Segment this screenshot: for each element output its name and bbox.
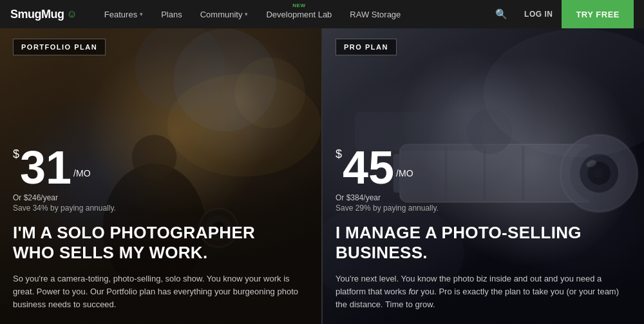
portfolio-content: PORTFOLIO PLAN $ 31 /MO Or $246/year Sav…	[0, 28, 321, 324]
plans-container: PORTFOLIO PLAN $ 31 /MO Or $246/year Sav…	[0, 28, 644, 324]
logo-text: SmugMug	[10, 8, 64, 21]
portfolio-price-dollar: $	[13, 148, 19, 160]
pro-price-amount: 45	[343, 144, 394, 191]
try-free-button[interactable]: TRY FREE	[562, 0, 634, 28]
nav-plans[interactable]: Plans	[152, 0, 191, 28]
chevron-down-icon: ▾	[140, 11, 143, 17]
portfolio-price-per: /MO	[73, 169, 90, 178]
portfolio-price-block: $ 31 /MO Or $246/year Save 34% by paying…	[13, 67, 308, 223]
nav-right: 🔍 LOG IN TRY FREE	[488, 0, 634, 28]
pro-price-row: $ 45 /MO	[336, 144, 631, 191]
pro-price-annual: Or $384/year	[336, 193, 631, 202]
pro-description: You're next level. You know the photo bi…	[336, 272, 631, 311]
portfolio-price-amount: 31	[20, 144, 71, 191]
portfolio-price-save: Save 34% by paying annually.	[13, 204, 308, 213]
logo-icon: ☺	[67, 8, 77, 20]
chevron-down-icon: ▾	[245, 11, 248, 17]
search-icon[interactable]: 🔍	[488, 8, 515, 20]
nav-features[interactable]: Features ▾	[95, 0, 152, 28]
pro-price-save: Save 29% by paying annually.	[336, 204, 631, 213]
portfolio-badge: PORTFOLIO PLAN	[13, 39, 106, 55]
pro-content: PRO PLAN $ 45 /MO Or $384/year Save 29% …	[323, 28, 644, 324]
nav-raw-storage[interactable]: RAW Storage	[341, 0, 410, 28]
pro-price-block: $ 45 /MO Or $384/year Save 29% by paying…	[336, 67, 631, 223]
portfolio-price-annual: Or $246/year	[13, 193, 308, 202]
nav-links: Features ▾ Plans Community ▾ NEW Develop…	[95, 0, 488, 28]
pro-price-dollar: $	[336, 148, 342, 160]
portfolio-description: So you're a camera-toting, photo-selling…	[13, 272, 308, 311]
portfolio-plan-card: PORTFOLIO PLAN $ 31 /MO Or $246/year Sav…	[0, 28, 321, 324]
pro-price-per: /MO	[396, 169, 413, 178]
new-badge: NEW	[292, 3, 305, 8]
login-button[interactable]: LOG IN	[515, 10, 562, 19]
navbar: SmugMug ☺ Features ▾ Plans Community ▾ N…	[0, 0, 644, 28]
portfolio-headline: I'M A SOLO PHOTOGRAPHER WHO SELLS MY WOR…	[13, 223, 308, 263]
logo[interactable]: SmugMug ☺	[10, 8, 77, 21]
portfolio-price-row: $ 31 /MO	[13, 144, 308, 191]
pro-plan-card: PRO PLAN $ 45 /MO Or $384/year Save 29% …	[323, 28, 644, 324]
nav-community[interactable]: Community ▾	[191, 0, 258, 28]
nav-dev-lab[interactable]: NEW Development Lab	[257, 0, 341, 28]
pro-headline: I MANAGE A PHOTO-SELLING BUSINESS.	[336, 223, 631, 263]
pro-badge: PRO PLAN	[336, 39, 397, 55]
